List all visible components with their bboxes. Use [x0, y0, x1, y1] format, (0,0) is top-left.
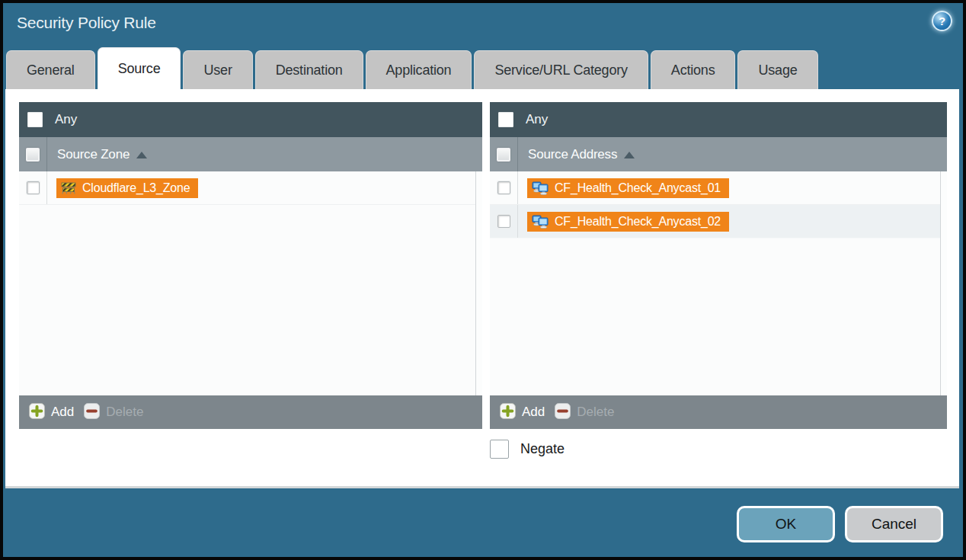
negate-checkbox[interactable]: [490, 440, 509, 459]
ok-button[interactable]: OK: [737, 506, 835, 542]
source-zone-select-all-cell: [19, 137, 47, 171]
source-address-column-label: Source Address: [528, 147, 617, 162]
tab-actions-label: Actions: [671, 62, 715, 78]
address-item-chip[interactable]: CF_Health_Check_Anycast_01: [527, 178, 729, 198]
source-address-row[interactable]: CF_Health_Check_Anycast_01: [490, 171, 947, 205]
tab-source-label: Source: [118, 61, 161, 77]
source-address-any-label: Any: [526, 112, 548, 127]
add-icon: [500, 403, 516, 422]
tab-service-url-category-label: Service/URL Category: [494, 62, 627, 78]
tab-application[interactable]: Application: [366, 50, 472, 89]
zone-icon: [61, 181, 76, 194]
address-icon: [532, 215, 549, 229]
tab-destination[interactable]: Destination: [255, 50, 363, 89]
source-address-column-header[interactable]: Source Address: [490, 137, 947, 171]
scrollbar-track: [475, 171, 482, 395]
delete-label: Delete: [106, 405, 143, 420]
source-zone-column-label: Source Zone: [57, 147, 130, 162]
source-tab-content: Any Source Zone: [5, 89, 959, 488]
add-zone-button[interactable]: Add: [29, 403, 74, 422]
tab-user-label: User: [203, 62, 232, 78]
delete-label: Delete: [577, 405, 614, 420]
address-item-label: CF_Health_Check_Anycast_02: [555, 215, 721, 229]
delete-icon: [555, 403, 571, 422]
titlebar: Security Policy Rule: [3, 3, 963, 47]
add-address-button[interactable]: Add: [500, 403, 545, 422]
row-checkbox-cell: [490, 205, 518, 238]
cancel-button[interactable]: Cancel: [845, 506, 943, 542]
source-zone-any-checkbox[interactable]: [27, 112, 43, 127]
source-address-list: CF_Health_Check_Anycast_01: [490, 171, 947, 395]
dialog-title: Security Policy Rule: [17, 14, 156, 32]
tab-source[interactable]: Source: [98, 47, 181, 89]
address-row-checkbox-1[interactable]: [497, 181, 510, 194]
tab-destination-label: Destination: [276, 62, 343, 78]
add-icon: [29, 403, 45, 422]
source-address-any-checkbox[interactable]: [498, 112, 513, 127]
footer-buttons: OK Cancel: [737, 506, 943, 542]
delete-address-button[interactable]: Delete: [555, 403, 614, 422]
source-address-panel: Any Source Address: [490, 102, 947, 429]
source-zone-any-header: Any: [19, 102, 482, 137]
row-checkbox-cell: [490, 171, 518, 204]
tab-service-url-category[interactable]: Service/URL Category: [474, 50, 648, 89]
tab-strip: General Source User Destination Applicat…: [6, 50, 818, 89]
source-address-row[interactable]: CF_Health_Check_Anycast_02: [490, 205, 947, 238]
add-label: Add: [51, 405, 74, 420]
tab-user[interactable]: User: [183, 50, 252, 89]
tab-application-label: Application: [386, 62, 452, 78]
source-zone-row-checkbox[interactable]: [27, 181, 40, 194]
sort-ascending-icon: [136, 152, 147, 158]
add-label: Add: [522, 405, 545, 420]
address-row-checkbox-2[interactable]: [497, 215, 510, 228]
source-address-toolbar: Add Delete: [490, 395, 947, 429]
source-zone-list: Cloudflare_L3_Zone: [19, 171, 482, 395]
zone-item-label: Cloudflare_L3_Zone: [82, 181, 190, 195]
source-zone-column-header[interactable]: Source Zone: [19, 137, 482, 171]
source-address-select-all-cell: [490, 137, 518, 171]
address-item-label: CF_Health_Check_Anycast_01: [555, 181, 721, 195]
tab-general[interactable]: General: [6, 50, 95, 89]
tab-usage-label: Usage: [758, 62, 797, 78]
tab-actions[interactable]: Actions: [651, 50, 736, 89]
zone-item-chip[interactable]: Cloudflare_L3_Zone: [56, 178, 198, 198]
delete-icon: [84, 403, 100, 422]
tab-general-label: General: [27, 62, 75, 78]
negate-label: Negate: [520, 441, 565, 457]
source-address-any-header: Any: [490, 102, 947, 137]
scrollbar-track: [940, 171, 947, 395]
delete-zone-button[interactable]: Delete: [84, 403, 143, 422]
source-address-select-all-checkbox[interactable]: [497, 148, 510, 162]
sort-ascending-icon: [624, 152, 635, 158]
source-zone-panel: Any Source Zone: [19, 102, 482, 429]
source-zone-row[interactable]: Cloudflare_L3_Zone: [19, 171, 482, 205]
source-zone-any-label: Any: [55, 112, 77, 127]
tab-usage[interactable]: Usage: [737, 50, 817, 89]
negate-row: Negate: [490, 440, 565, 459]
source-zone-toolbar: Add Delete: [19, 395, 482, 429]
address-icon: [532, 181, 549, 195]
security-policy-rule-dialog: Security Policy Rule General Source User…: [0, 0, 966, 560]
row-checkbox-cell: [19, 171, 47, 204]
address-item-chip[interactable]: CF_Health_Check_Anycast_02: [527, 212, 729, 232]
help-icon[interactable]: [932, 11, 952, 31]
source-zone-select-all-checkbox[interactable]: [26, 148, 40, 162]
